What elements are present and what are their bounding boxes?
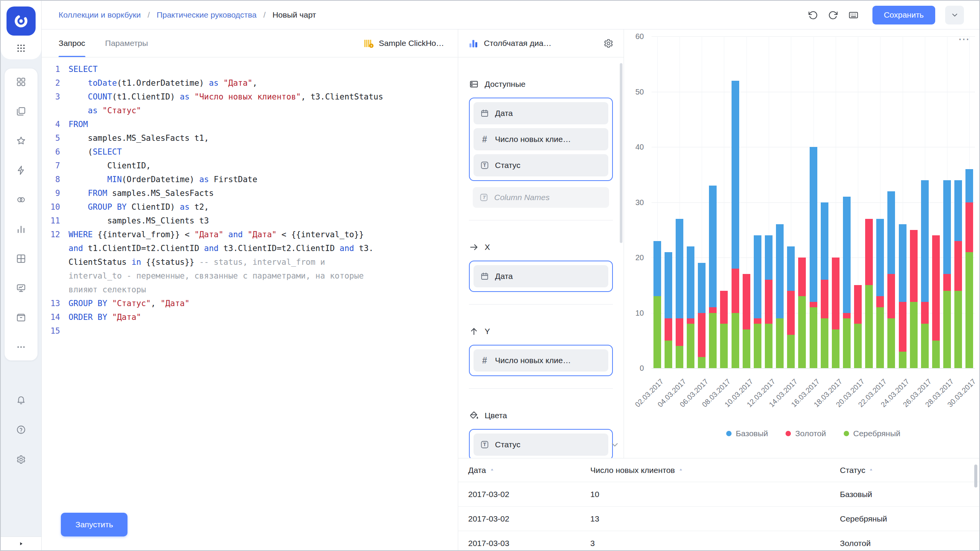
bar-segment[interactable]	[854, 324, 862, 368]
charts-icon[interactable]	[16, 224, 26, 234]
bar-segment[interactable]	[732, 269, 739, 313]
chart-settings-gear-icon[interactable]	[603, 38, 614, 49]
bar-segment[interactable]	[787, 291, 795, 335]
bar-segment[interactable]	[653, 296, 661, 368]
bar-segment[interactable]	[910, 302, 918, 368]
bar-segment[interactable]	[687, 246, 694, 318]
widgets-icon[interactable]	[16, 77, 26, 87]
bar-segment[interactable]	[765, 235, 773, 280]
bar-segment[interactable]	[954, 180, 962, 241]
bar-segment[interactable]	[876, 296, 884, 307]
bar-segment[interactable]	[743, 329, 750, 368]
column-header-new-clients[interactable]: Число новых клиентов	[590, 466, 840, 475]
legend-item[interactable]: Золотой	[786, 429, 826, 438]
editor-monitor-icon[interactable]	[16, 283, 26, 293]
bar-segment[interactable]	[732, 313, 739, 368]
bar-segment[interactable]	[676, 346, 683, 368]
bar-segment[interactable]	[865, 285, 873, 368]
save-button[interactable]: Сохранить	[872, 6, 935, 24]
bar-segment[interactable]	[754, 318, 761, 324]
bar-segment[interactable]	[765, 324, 773, 368]
apps-grid-icon[interactable]	[16, 43, 26, 53]
bar-segment[interactable]	[776, 318, 784, 368]
bar-segment[interactable]	[887, 191, 895, 274]
tab-query[interactable]: Запрос	[59, 29, 85, 57]
bar-segment[interactable]	[932, 341, 940, 368]
bar-segment[interactable]	[653, 241, 661, 297]
chart-type-label[interactable]: Столбчатая диа…	[484, 39, 551, 48]
bar-segment[interactable]	[910, 230, 918, 302]
bar-segment[interactable]	[676, 219, 683, 318]
column-header-status[interactable]: Статус	[840, 466, 979, 475]
table-scrollbar[interactable]	[974, 465, 977, 487]
bar-segment[interactable]	[954, 241, 962, 291]
bar-segment[interactable]	[821, 280, 828, 318]
bar-segment[interactable]	[921, 302, 929, 324]
redo-icon[interactable]	[828, 10, 838, 20]
bar-segment[interactable]	[843, 197, 851, 313]
bar-segment[interactable]	[698, 263, 706, 313]
bar-segment[interactable]	[865, 219, 873, 285]
storage-box-icon[interactable]	[16, 313, 26, 323]
undo-icon[interactable]	[808, 10, 818, 20]
bar-segment[interactable]	[798, 258, 806, 296]
favorites-star-icon[interactable]	[16, 136, 26, 146]
connections-zap-icon[interactable]	[16, 165, 26, 175]
legend-item[interactable]: Базовый	[726, 429, 768, 438]
bar-segment[interactable]	[876, 219, 884, 296]
bar-segment[interactable]	[965, 202, 973, 252]
tab-parameters[interactable]: Параметры	[105, 29, 148, 57]
bar-segment[interactable]	[899, 224, 906, 302]
bar-segment[interactable]	[698, 313, 706, 357]
services-circles-icon[interactable]	[16, 195, 26, 205]
bar-segment[interactable]	[921, 324, 929, 368]
bar-segment[interactable]	[687, 318, 694, 324]
bar-segment[interactable]	[810, 307, 817, 368]
bar-segment[interactable]	[921, 180, 929, 302]
workbooks-icon[interactable]	[16, 106, 26, 116]
settings-gear-icon[interactable]	[16, 455, 26, 465]
bar-segment[interactable]	[776, 224, 784, 318]
keyboard-icon[interactable]	[848, 10, 859, 20]
bar-segment[interactable]	[709, 307, 717, 313]
field-pill-date[interactable]: Дата	[474, 102, 608, 124]
datasets-grid-icon[interactable]	[16, 254, 26, 264]
bar-segment[interactable]	[720, 291, 728, 324]
bar-segment[interactable]	[732, 81, 739, 269]
bar-segment[interactable]	[843, 313, 851, 318]
more-ellipsis-icon[interactable]	[16, 342, 26, 352]
sql-editor[interactable]: 1SELECT2 toDate(t1.OrderDatetime) as "Да…	[42, 57, 458, 338]
bar-segment[interactable]	[720, 324, 728, 368]
bar-segment[interactable]	[832, 329, 840, 368]
bar-segment[interactable]	[787, 335, 795, 368]
x-field-pill[interactable]: Дата	[474, 265, 608, 287]
bar-segment[interactable]	[965, 252, 973, 368]
bar-segment[interactable]	[798, 296, 806, 368]
help-icon[interactable]	[16, 425, 26, 435]
bar-segment[interactable]	[887, 318, 895, 368]
bar-segment[interactable]	[810, 147, 817, 302]
datalens-logo-icon[interactable]	[7, 7, 36, 36]
bar-segment[interactable]	[943, 291, 951, 368]
column-header-date[interactable]: Дата	[458, 466, 590, 475]
bar-segment[interactable]	[943, 274, 951, 290]
colors-field-pill[interactable]: T Статус	[474, 434, 608, 456]
field-placeholder-pill[interactable]: T Column Names	[473, 187, 609, 208]
config-scrollbar[interactable]	[620, 63, 622, 243]
scroll-down-chevron-icon[interactable]	[610, 440, 620, 450]
bar-segment[interactable]	[687, 324, 694, 368]
notifications-bell-icon[interactable]	[16, 395, 26, 405]
save-dropdown-button[interactable]	[945, 6, 964, 24]
bar-segment[interactable]	[676, 318, 683, 346]
field-pill-status[interactable]: T Статус	[474, 154, 608, 176]
legend-item[interactable]: Серебряный	[844, 429, 900, 438]
bar-segment[interactable]	[954, 291, 962, 368]
bar-segment[interactable]	[943, 180, 951, 274]
bar-segment[interactable]	[876, 307, 884, 368]
bar-segment[interactable]	[832, 258, 840, 329]
bar-segment[interactable]	[765, 280, 773, 324]
bar-segment[interactable]	[754, 235, 761, 318]
bar-segment[interactable]	[899, 302, 906, 352]
bar-segment[interactable]	[665, 341, 672, 368]
bar-segment[interactable]	[743, 274, 750, 329]
